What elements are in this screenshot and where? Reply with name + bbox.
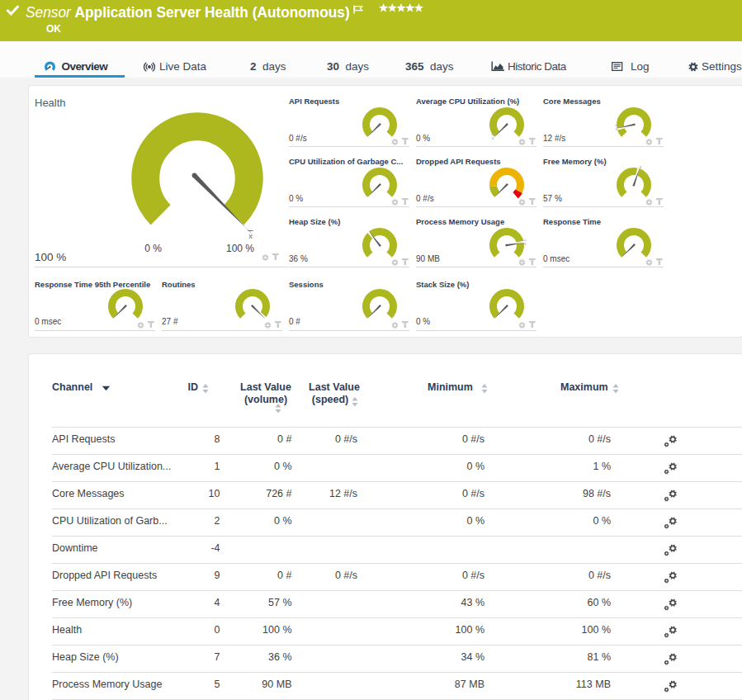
- svg-text:x: x: [616, 126, 618, 131]
- svg-text:x: x: [524, 241, 527, 246]
- svg-text:x: x: [640, 165, 642, 169]
- svg-text:x: x: [492, 135, 494, 140]
- svg-text:x: x: [248, 231, 253, 240]
